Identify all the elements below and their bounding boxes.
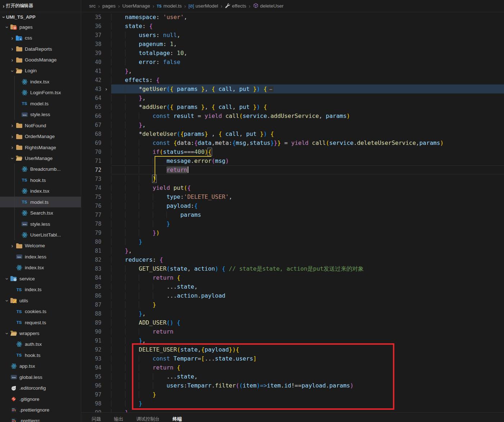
code-text[interactable]: } xyxy=(111,300,504,309)
code-text[interactable]: } xyxy=(111,237,504,246)
code-text[interactable]: *deleteUser({params} , { call, put }) { xyxy=(111,129,504,138)
tree-item-Breadcrumb...[interactable]: ›Breadcrumb... xyxy=(0,164,81,175)
tree-item-model.ts[interactable]: ›TSmodel.ts xyxy=(0,98,81,109)
tree-item-index.less[interactable]: ›lessindex.less xyxy=(0,251,81,262)
code-text[interactable]: const Temparr=[...state.users] xyxy=(111,354,504,363)
tree-item-OrderManage[interactable]: ›OrderManage xyxy=(0,131,81,142)
code-text[interactable]: reducers: { xyxy=(111,255,504,264)
code-text[interactable]: return xyxy=(111,165,504,174)
code-text[interactable]: type:'DELETE_USER', xyxy=(111,192,504,201)
tree-item-auth.tsx[interactable]: ›auth.tsx xyxy=(0,339,81,350)
code-text[interactable]: users:Temparr.filter((item)=>item.id!==p… xyxy=(111,381,504,390)
tree-item-.prettierignore[interactable]: ›.prettierignore xyxy=(0,404,81,415)
tree-item-.prettierrc[interactable]: ›.prettierrc xyxy=(0,416,81,422)
tree-item-model.ts[interactable]: ›TSmodel.ts xyxy=(0,197,81,207)
code-text[interactable]: GET_USER(state, action) { // state是state… xyxy=(111,264,504,273)
code-text[interactable]: message.error(msg) xyxy=(111,156,504,165)
chevron-right-icon[interactable]: › xyxy=(10,145,15,150)
breadcrumb-item-effects[interactable]: effects xyxy=(225,3,246,9)
code-text[interactable]: effects: { xyxy=(111,75,504,84)
code-text[interactable]: error: false xyxy=(111,58,504,66)
panel-tab-[interactable]: 输出 xyxy=(114,416,123,422)
code-text[interactable]: const result = yield call(service.addUse… xyxy=(111,111,504,120)
tree-item-css[interactable]: ›acss xyxy=(0,32,81,43)
chevron-down-icon[interactable]: › xyxy=(5,331,10,336)
code-text[interactable]: return xyxy=(111,327,504,336)
code-text[interactable]: }) xyxy=(111,228,504,237)
tree-item-hook.ts[interactable]: ›TShook.ts xyxy=(0,175,81,185)
chevron-down-icon[interactable]: › xyxy=(5,298,10,303)
tree-item-cookies.ts[interactable]: ›TScookies.ts xyxy=(0,306,81,317)
tree-item-.editorconfig[interactable]: ›.editorconfig xyxy=(0,382,81,393)
tree-item-style.less[interactable]: ›lessstyle.less xyxy=(0,219,81,229)
breadcrumb-item-deleteUser[interactable]: deleteUser xyxy=(253,3,284,9)
code-text[interactable]: *addUser({ params }, { call, put }) { xyxy=(111,102,504,111)
tree-item-index.tsx[interactable]: ›index.tsx xyxy=(0,76,81,87)
code-text[interactable]: payload:{ xyxy=(111,201,504,210)
tree-item-Welcome[interactable]: ›Welcome xyxy=(0,240,81,251)
code-text[interactable]: *getUser({ params }, { call, put }) {⋯ xyxy=(111,84,504,93)
workspace-root[interactable]: › UMI_TS_APP xyxy=(0,12,81,22)
chevron-right-icon[interactable]: › xyxy=(10,36,15,41)
chevron-down-icon[interactable]: › xyxy=(5,276,10,281)
tree-item-Login[interactable]: ›Login xyxy=(0,65,81,76)
code-text[interactable]: users: null, xyxy=(111,31,504,40)
panel-tab-active[interactable]: 终端 xyxy=(173,416,182,422)
chevron-right-icon[interactable]: › xyxy=(10,58,15,63)
chevron-right-icon[interactable]: › xyxy=(10,134,15,139)
code-text[interactable]: } xyxy=(111,174,504,183)
code-text[interactable]: state: { xyxy=(111,22,504,31)
code-text[interactable]: ...action.payload xyxy=(111,291,504,300)
tree-item-app.tsx[interactable]: ›app.tsx xyxy=(0,361,81,372)
chevron-right-icon[interactable]: › xyxy=(10,243,15,248)
code-text[interactable]: }, xyxy=(111,336,504,345)
tree-item-.gitignore[interactable]: ›.gitignore xyxy=(0,394,81,404)
code-text[interactable]: }, xyxy=(111,93,504,102)
tree-item-service[interactable]: ›service xyxy=(0,273,81,284)
code-text[interactable]: ...state, xyxy=(111,372,504,381)
code-editor[interactable]: 35 namespace: 'user',36 state: {37 users… xyxy=(81,12,504,413)
panel-tab-[interactable]: 调试控制台 xyxy=(136,416,160,422)
tree-item-LoginForm.tsx[interactable]: ›LoginForm.tsx xyxy=(0,87,81,98)
tree-item-RightsManage[interactable]: ›RightsManage xyxy=(0,142,81,153)
fold-chevron-icon[interactable]: › xyxy=(101,86,111,92)
breadcrumb-item-model.ts[interactable]: TSmodel.ts xyxy=(157,3,182,9)
breadcrumb-item-pages[interactable]: pages xyxy=(102,3,116,9)
code-text[interactable]: } xyxy=(111,219,504,228)
code-text[interactable]: } xyxy=(111,390,504,399)
code-text[interactable]: const {data:{data,meta:{msg,status}}} = … xyxy=(111,138,504,147)
panel-tab-[interactable]: 问题 xyxy=(92,416,101,422)
tree-item-NotFound[interactable]: ›NotFound xyxy=(0,120,81,131)
code-text[interactable]: params xyxy=(111,210,504,219)
tree-item-DataReports[interactable]: ›DataReports xyxy=(0,43,81,54)
tree-item-index.ts[interactable]: ›TSindex.ts xyxy=(0,284,81,295)
tree-item-Search.tsx[interactable]: ›Search.tsx xyxy=(0,207,81,218)
code-text[interactable]: totalpage: 10, xyxy=(111,49,504,58)
tree-item-UserManage[interactable]: ›UserManage xyxy=(0,153,81,164)
chevron-down-icon[interactable]: › xyxy=(10,69,15,74)
code-text[interactable]: }, xyxy=(111,309,504,318)
code-text[interactable]: }, xyxy=(111,246,504,255)
tree-item-wrappers[interactable]: ›wrappers xyxy=(0,328,81,339)
code-text[interactable]: } xyxy=(111,399,504,408)
code-text[interactable]: }, xyxy=(111,120,504,129)
code-text[interactable]: if(status===400){ xyxy=(111,147,504,156)
chevron-down-icon[interactable]: › xyxy=(10,156,15,161)
tree-item-hook.ts[interactable]: ›TShook.ts xyxy=(0,350,81,361)
tree-item-index.tsx[interactable]: ›index.tsx xyxy=(0,262,81,273)
code-text[interactable]: }, xyxy=(111,66,504,75)
open-editors-section[interactable]: › 打开的编辑器 xyxy=(0,0,81,12)
chevron-right-icon[interactable]: › xyxy=(10,123,15,128)
code-text[interactable]: ADD_USER() { xyxy=(111,318,504,327)
tree-item-GoodsManage[interactable]: ›GoodsManage xyxy=(0,54,81,65)
tree-item-style.less[interactable]: ›lessstyle.less xyxy=(0,109,81,120)
chevron-down-icon[interactable]: › xyxy=(5,25,10,30)
tree-item-pages[interactable]: ›pages xyxy=(0,22,81,32)
code-text[interactable]: return { xyxy=(111,273,504,282)
breadcrumb-item-UserManage[interactable]: UserManage xyxy=(122,3,150,9)
breadcrumb-item-userModel[interactable]: [⊘]userModel xyxy=(188,3,218,9)
tree-item-index.tsx[interactable]: ›index.tsx xyxy=(0,186,81,197)
breadcrumb-item-src[interactable]: src xyxy=(89,3,96,9)
code-text[interactable]: ...state, xyxy=(111,282,504,291)
code-text[interactable]: namespace: 'user', xyxy=(111,13,504,22)
